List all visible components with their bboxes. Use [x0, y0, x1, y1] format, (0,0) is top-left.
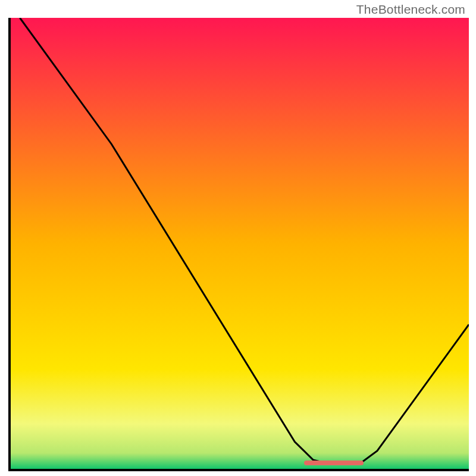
- optimal-range-marker: [304, 461, 364, 465]
- bottleneck-curve: [11, 18, 469, 469]
- chart-container: [8, 18, 469, 471]
- watermark-text: TheBottleneck.com: [356, 2, 465, 17]
- plot-area: [11, 18, 469, 469]
